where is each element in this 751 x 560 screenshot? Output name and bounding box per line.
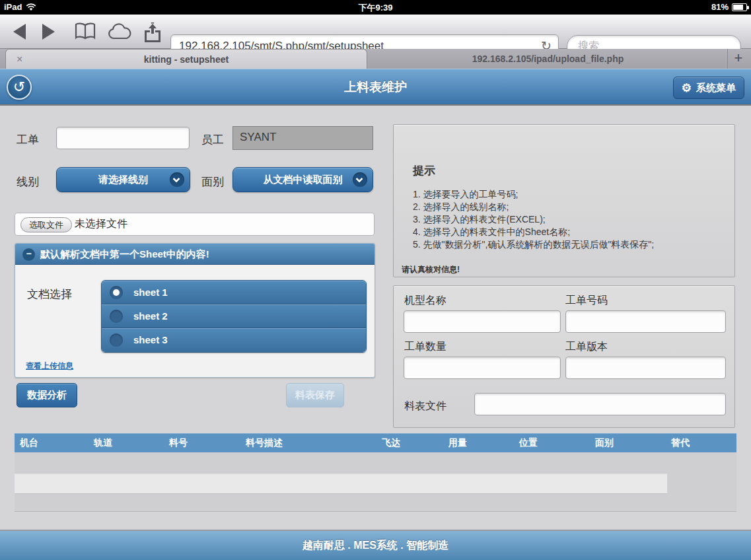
status-bar: iPad 下午9:39 81% (0, 0, 751, 15)
tab-bar: × kitting - setupsheet 192.168.2.105/ipa… (0, 49, 751, 69)
gear-icon: ⚙ (682, 81, 692, 95)
column-header: 替代 (671, 433, 690, 452)
share-icon[interactable] (142, 22, 163, 42)
forward-icon[interactable] (42, 24, 55, 40)
hint-title: 提示 (413, 163, 435, 178)
radio-icon (110, 310, 123, 323)
battery-percent: 81% (711, 2, 729, 12)
chevron-down-icon (353, 172, 367, 187)
hint-item: 2. 选择导入的线别名称; (413, 201, 654, 213)
order-no-input[interactable] (565, 310, 726, 333)
system-menu-button[interactable]: ⚙ 系统菜单 (673, 77, 744, 99)
close-tab-icon[interactable]: × (17, 50, 22, 69)
sheet-file-input[interactable] (474, 393, 726, 415)
choose-file-button[interactable]: 选取文件 (20, 217, 72, 232)
chevron-down-icon (170, 172, 184, 187)
hint-item: 1. 选择要导入的工单号码; (413, 188, 654, 201)
side-select[interactable]: 从文档中读取面别 (232, 167, 373, 192)
column-header: 轨道 (94, 433, 112, 452)
tab-upload-file[interactable]: 192.168.2.105/ipad/upload_file.php (369, 49, 728, 69)
material-table-header: 机台 轨道 料号 料号描述 飞达 用量 位置 面别 替代 (15, 433, 736, 452)
employee-field: SYANT (232, 126, 373, 150)
sheet-option-label: sheet 2 (133, 310, 168, 322)
employee-label: 员工 (201, 132, 224, 147)
work-order-input[interactable] (56, 127, 190, 149)
tab-label: 192.168.2.105/ipad/upload_file.php (472, 53, 624, 64)
hint-list: 1. 选择要导入的工单号码; 2. 选择导入的线别名称; 3. 选择导入的料表文… (413, 188, 654, 251)
line-label: 线别 (17, 174, 39, 190)
radio-selected-icon (110, 286, 123, 299)
side-select-value: 从文档中读取面别 (264, 174, 343, 186)
main-content: 工单 员工 SYANT 线别 请选择线别 面别 从文档中读取面别 选取文件 未选… (0, 106, 751, 530)
radio-icon (110, 333, 123, 347)
sheet-option-2[interactable]: sheet 2 (102, 304, 366, 328)
order-qty-label: 工单数量 (404, 340, 447, 354)
hint-panel: 提示 1. 选择要导入的工单号码; 2. 选择导入的线别名称; 3. 选择导入的… (393, 124, 735, 277)
hint-footer-note: 请认真核对信息! (402, 264, 460, 275)
column-header: 面别 (595, 433, 614, 452)
battery-icon (732, 3, 747, 11)
sheet-option-1[interactable]: sheet 1 (102, 281, 366, 304)
collapse-icon[interactable]: − (22, 248, 35, 261)
doc-select-label: 文档选择 (27, 287, 72, 302)
sheet-list: sheet 1 sheet 2 sheet 3 (101, 280, 367, 353)
page-title: 上料表维护 (0, 79, 751, 96)
hint-item: 5. 先做"数据分析",确认系统解析的数据无误后做"料表保存"; (413, 238, 654, 251)
sheet-panel: − 默认解析文档中第一个Sheet中的内容! 文档选择 sheet 1 shee… (15, 243, 375, 378)
tab-label: kitting - setupsheet (144, 54, 229, 65)
hint-item: 4. 选择导入的料表文件中的Sheet名称; (413, 226, 654, 238)
file-status-text: 未选择文件 (75, 217, 127, 231)
tab-kitting-setupsheet[interactable]: × kitting - setupsheet (5, 49, 367, 69)
ipad-screen: iPad 下午9:39 81% 192.168.2.105/s (0, 0, 751, 560)
data-analyze-button[interactable]: 数据分析 (17, 383, 77, 407)
model-name-label: 机型名称 (404, 294, 447, 308)
sheet-option-label: sheet 3 (133, 334, 168, 345)
column-header: 机台 (20, 433, 38, 452)
column-header: 飞达 (382, 433, 400, 452)
order-info-panel: 机型名称 工单号码 工单数量 工单版本 料表文件 (393, 285, 735, 428)
table-row (15, 473, 667, 494)
column-header: 用量 (448, 433, 467, 452)
file-chooser: 选取文件 未选择文件 (15, 213, 375, 236)
sheet-panel-header[interactable]: − 默认解析文档中第一个Sheet中的内容! (15, 244, 375, 265)
hint-item: 3. 选择导入的料表文件(EXCEL); (413, 213, 654, 226)
sheet-option-3[interactable]: sheet 3 (102, 328, 366, 352)
back-icon[interactable] (13, 24, 26, 40)
line-select[interactable]: 请选择线别 (56, 167, 190, 192)
column-header: 料号 (169, 433, 188, 452)
new-tab-button[interactable]: + (729, 49, 748, 69)
model-name-input[interactable] (404, 310, 561, 333)
browser-toolbar: 192.168.2.105/smt/S.php/smt/setupsheet ↻ (0, 15, 751, 49)
app-header: ↺ 上料表维护 ⚙ 系统菜单 (0, 69, 751, 106)
sheet-option-label: sheet 1 (133, 287, 168, 298)
sheet-save-button: 料表保存 (286, 383, 344, 407)
line-select-value: 请选择线别 (98, 174, 148, 186)
view-upload-info-link[interactable]: 查看上传信息 (26, 361, 73, 372)
work-order-label: 工单 (17, 132, 39, 147)
clock: 下午9:39 (0, 2, 751, 14)
sheet-panel-title: 默认解析文档中第一个Sheet中的内容! (40, 248, 209, 260)
order-version-input[interactable] (565, 357, 726, 379)
menu-button-label: 系统菜单 (696, 82, 736, 94)
bookmarks-icon[interactable] (74, 22, 96, 40)
sheet-file-label: 料表文件 (404, 400, 447, 413)
cloud-icon[interactable] (107, 22, 133, 41)
order-qty-input[interactable] (404, 357, 561, 379)
app-footer: 越南耐思 . MES系统 . 智能制造 (0, 530, 751, 560)
material-table-body (15, 452, 736, 512)
order-no-label: 工单号码 (565, 294, 608, 308)
order-version-label: 工单版本 (565, 340, 608, 354)
column-header: 料号描述 (246, 433, 283, 452)
side-label: 面别 (201, 174, 224, 190)
column-header: 位置 (519, 433, 538, 452)
